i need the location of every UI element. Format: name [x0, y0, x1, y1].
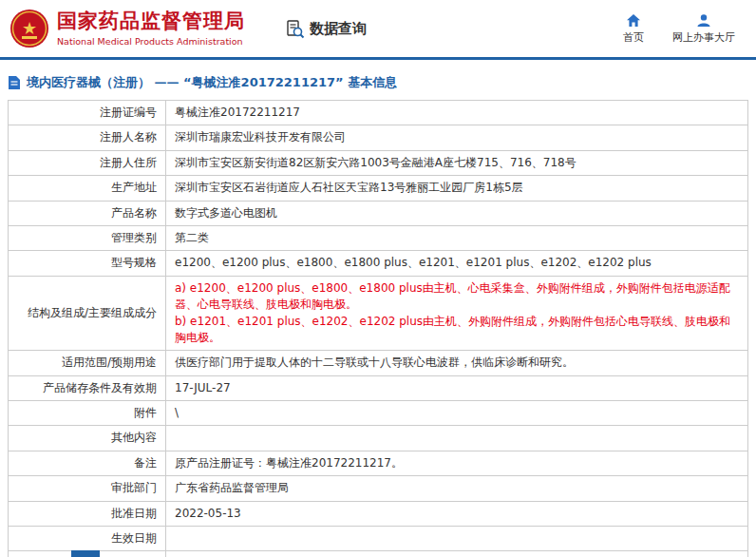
table-row: 管理类别第二类	[9, 225, 748, 250]
row-label: 适用范围/预期用途	[9, 351, 166, 375]
row-label: 审批部门	[9, 476, 166, 501]
row-value: \	[166, 401, 748, 426]
row-label: 附件	[9, 401, 166, 426]
agency-title-block: 国家药品监督管理局 National Medical Products Admi…	[57, 10, 245, 46]
table-row: 注册证编号粤械注准20172211217	[9, 101, 748, 125]
table-row: 审批部门广东省药品监督管理局	[9, 476, 748, 501]
row-value: 广东省药品监督管理局	[166, 476, 748, 501]
data-query-label: 数据查询	[310, 20, 367, 38]
top-nav: 首页 网上办事大厅	[623, 13, 735, 45]
row-value: 深圳市宝安区石岩街道应人石社区天宝路13号雅丽工业园厂房1栋5层	[166, 176, 748, 201]
row-value: 供医疗部门用于提取人体的十二导联或十八导联心电波群，供临床诊断和研究。	[166, 351, 748, 375]
table-row: 生效日期	[9, 527, 748, 551]
row-label: 批准日期	[9, 501, 166, 526]
row-value: 粤械注准20172211217	[166, 101, 748, 125]
footer-peek	[71, 550, 100, 557]
home-icon	[626, 13, 641, 28]
table-row: 适用范围/预期用途供医疗部门用于提取人体的十二导联或十八导联心电波群，供临床诊断…	[9, 351, 748, 375]
table-row: 备注原产品注册证号：粤械注准20172211217。	[9, 451, 748, 475]
row-value: 2027-07-17	[166, 551, 748, 557]
row-label: 注册人住所	[9, 150, 166, 175]
row-value: 原产品注册证号：粤械注准20172211217。	[166, 451, 748, 475]
row-value: e1200、e1200 plus、e1800、e1800 plus、e1201、…	[166, 251, 748, 276]
row-value: 第二类	[166, 225, 748, 250]
row-value	[166, 426, 748, 451]
table-row: 其他内容	[9, 426, 748, 451]
nav-online-hall[interactable]: 网上办事大厅	[672, 13, 735, 45]
table-row: 附件\	[9, 401, 748, 426]
table-row: 产品储存条件及有效期17-JUL-27	[9, 375, 748, 400]
agency-logo-block: ★ 国家药品监督管理局 National Medical Products Ad…	[9, 9, 245, 48]
site-header: ★ 国家药品监督管理局 National Medical Products Ad…	[0, 0, 756, 60]
row-label: 产品名称	[9, 201, 166, 225]
svg-text:★: ★	[22, 18, 37, 38]
nav-home-label: 首页	[623, 30, 644, 45]
user-icon	[696, 13, 711, 28]
nav-home[interactable]: 首页	[623, 13, 644, 45]
breadcrumb: 境内医疗器械（注册） —— “粤械注准20172211217” 基本信息	[8, 74, 756, 91]
registration-info-table: 注册证编号粤械注准20172211217注册人名称深圳市瑞康宏业科技开发有限公司…	[8, 100, 748, 557]
nav-online-hall-label: 网上办事大厅	[672, 30, 735, 45]
table-row: 批准日期2022-05-13	[9, 501, 748, 526]
table-row: 产品名称数字式多道心电图机	[9, 201, 748, 225]
row-label: 结构及组成/主要组成成分	[9, 276, 166, 351]
row-value: 2022-05-13	[166, 501, 748, 526]
row-label: 型号规格	[9, 251, 166, 276]
table-row: 注册人住所深圳市宝安区新安街道82区新安六路1003号金融港A座七楼715、71…	[9, 150, 748, 175]
table-row: 生产地址深圳市宝安区石岩街道应人石社区天宝路13号雅丽工业园厂房1栋5层	[9, 176, 748, 201]
row-label: 生效日期	[9, 527, 166, 551]
table-row: 有效期至2027-07-17	[9, 551, 748, 557]
row-value: 深圳市瑞康宏业科技开发有限公司	[166, 125, 748, 150]
row-value	[166, 527, 748, 551]
document-icon	[8, 75, 21, 90]
national-emblem-logo: ★	[9, 9, 49, 48]
row-label: 产品储存条件及有效期	[9, 375, 166, 400]
row-label: 其他内容	[9, 426, 166, 451]
data-query-icon	[285, 19, 305, 39]
row-label: 注册证编号	[9, 101, 166, 125]
data-query-section[interactable]: 数据查询	[285, 19, 367, 39]
row-label: 备注	[9, 451, 166, 475]
row-value: 深圳市宝安区新安街道82区新安六路1003号金融港A座七楼715、716、718…	[166, 150, 748, 175]
table-row: 型号规格e1200、e1200 plus、e1800、e1800 plus、e1…	[9, 251, 748, 276]
table-row: 注册人名称深圳市瑞康宏业科技开发有限公司	[9, 125, 748, 150]
row-value: 17-JUL-27	[166, 375, 748, 400]
row-value: a) e1200、e1200 plus、e1800、e1800 plus由主机、…	[166, 276, 748, 351]
row-value: 数字式多道心电图机	[166, 201, 748, 225]
row-label: 管理类别	[9, 225, 166, 250]
agency-title: 国家药品监督管理局	[57, 10, 245, 32]
agency-subtitle: National Medical Products Administration	[57, 36, 245, 47]
table-row: 结构及组成/主要组成成分a) e1200、e1200 plus、e1800、e1…	[9, 276, 748, 351]
info-table-body: 注册证编号粤械注准20172211217注册人名称深圳市瑞康宏业科技开发有限公司…	[9, 101, 748, 557]
row-label: 生产地址	[9, 176, 166, 201]
page-title: 境内医疗器械（注册） —— “粤械注准20172211217” 基本信息	[27, 74, 397, 91]
row-label: 注册人名称	[9, 125, 166, 150]
